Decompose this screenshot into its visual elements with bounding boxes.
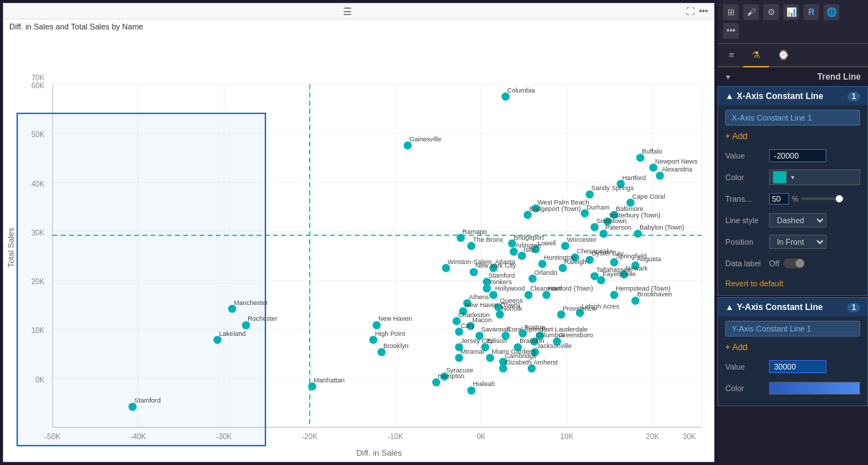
svg-text:Manchester: Manchester (234, 299, 268, 306)
x-axis-header[interactable]: ▲ X-Axis Constant Line 1 (718, 87, 867, 105)
y-add-button[interactable]: + Add (725, 341, 747, 354)
x-axis-body: X-Axis Constant Line 1 + Add Value Color (718, 105, 867, 295)
svg-text:50K: 50K (32, 131, 44, 138)
svg-text:Cary: Cary (461, 322, 475, 329)
scatter-plot: 0K 10K 20K 30K 40K 50K 60K 70K -50K -40K… (4, 34, 714, 461)
color-value-wrapper: ▼ (769, 169, 860, 185)
transparency-input[interactable] (769, 193, 789, 205)
y-axis-header[interactable]: ▲ Y-Axis Constant Line 1 (718, 298, 867, 316)
svg-text:Stamford: Stamford (134, 397, 161, 404)
y-axis-section: ▲ Y-Axis Constant Line 1 Y-Axis Constant… (717, 297, 868, 406)
line-style-select[interactable]: Dashed Solid Dotted (769, 213, 826, 227)
svg-text:Brooklyn: Brooklyn (383, 342, 408, 349)
svg-text:The Bronx: The Bronx (473, 236, 503, 243)
brush-icon[interactable]: 🖌 (743, 4, 759, 20)
svg-text:10K: 10K (560, 433, 573, 441)
svg-text:Hollywood: Hollywood (495, 285, 525, 292)
svg-text:60K: 60K (32, 82, 44, 90)
value-input-wrapper (769, 149, 860, 162)
data-label-toggle-wrapper: Off (769, 258, 860, 268)
svg-text:Buffalo: Buffalo (642, 148, 662, 155)
globe-icon[interactable]: 🌐 (824, 4, 839, 20)
position-row: Position In Front Behind (725, 233, 860, 250)
filter-icon[interactable]: ⚙ (763, 4, 779, 20)
svg-text:Newport News: Newport News (655, 158, 698, 165)
panel-tabs: ≡ ⚗ ⌚ (717, 44, 868, 67)
x-axis-section-label: X-Axis Constant Line (737, 91, 848, 101)
trend-line-label: Trend Line (817, 72, 861, 82)
svg-text:Gainesville: Gainesville (410, 136, 441, 143)
svg-text:Paterson: Paterson (605, 224, 631, 231)
y-line-name-button[interactable]: Y-Axis Constant Line 1 (725, 321, 860, 337)
y-color-swatch-wrapper (769, 382, 860, 395)
top-icon-row-2: ••• (723, 23, 862, 39)
trend-line-section[interactable]: ▼ Trend Line (717, 67, 868, 86)
transparency-slider[interactable] (801, 197, 844, 200)
x-axis-section: ▲ X-Axis Constant Line 1 X-Axis Constant… (717, 86, 868, 296)
y-axis-section-label: Y-Axis Constant Line (737, 302, 848, 312)
svg-text:Norfolk: Norfolk (501, 305, 522, 312)
svg-text:Cape Coral: Cape Coral (632, 193, 665, 200)
hamburger-icon[interactable]: ☰ (343, 6, 352, 17)
y-color-swatch[interactable] (769, 382, 860, 395)
svg-text:Bridgeport (Town): Bridgeport (Town) (529, 205, 581, 212)
svg-text:Miramar: Miramar (461, 348, 484, 355)
svg-text:10K: 10K (32, 327, 44, 334)
svg-text:Augusta: Augusta (637, 255, 661, 263)
svg-text:20K: 20K (32, 278, 44, 286)
svg-text:Macon: Macon (472, 316, 491, 324)
grid-icon[interactable]: ⊞ (723, 4, 739, 20)
line-style-wrapper: Dashed Solid Dotted (769, 213, 860, 227)
x-line-name-button[interactable]: X-Axis Constant Line 1 (725, 110, 860, 126)
position-label: Position (725, 238, 765, 246)
color-row: Color ▼ (725, 169, 860, 186)
svg-text:High Point: High Point (375, 330, 405, 337)
color-dropdown[interactable]: ▼ (769, 169, 860, 185)
svg-text:-40K: -40K (131, 433, 146, 441)
svg-text:40K: 40K (32, 180, 44, 188)
y-value-input[interactable] (769, 360, 826, 373)
percent-sign: % (792, 195, 798, 203)
color-chevron-icon: ▼ (790, 174, 796, 181)
svg-text:0K: 0K (476, 433, 486, 441)
svg-text:30K: 30K (32, 229, 44, 237)
svg-text:Islip: Islip (524, 246, 535, 253)
svg-text:Total Sales: Total Sales (6, 227, 15, 268)
svg-text:Hartford (Town): Hartford (Town) (548, 285, 593, 292)
revert-link[interactable]: Revert to default (725, 276, 860, 291)
x-add-button[interactable]: + Add (725, 130, 747, 143)
svg-text:20K: 20K (646, 433, 659, 441)
y-value-input-wrapper (769, 360, 860, 373)
svg-text:Hialeah: Hialeah (473, 380, 495, 388)
value-input[interactable] (769, 149, 826, 162)
chart-icon[interactable]: 📊 (783, 4, 799, 20)
svg-text:Fayetteville: Fayetteville (603, 271, 636, 278)
svg-text:70K: 70K (32, 74, 44, 82)
transparency-control: % (769, 193, 860, 205)
y-axis-badge: 1 (847, 303, 860, 312)
line-style-label: Line style (725, 216, 765, 225)
position-select[interactable]: In Front Behind (769, 235, 826, 249)
color-swatch (773, 171, 787, 184)
data-label-toggle[interactable] (783, 258, 805, 268)
chevron-up-icon: ▲ (725, 91, 734, 101)
svg-text:Orlando: Orlando (534, 269, 557, 276)
tab-analytics[interactable]: ⚗ (743, 44, 769, 67)
more-icon-2[interactable]: ••• (723, 23, 739, 39)
svg-text:Lakeland: Lakeland (219, 330, 245, 337)
tab-format[interactable]: ≡ (720, 44, 743, 66)
svg-text:Hampton: Hampton (438, 372, 464, 380)
more-icon[interactable]: ••• (699, 6, 708, 17)
r-icon[interactable]: R (803, 4, 819, 20)
svg-text:New York City: New York City (476, 262, 516, 269)
svg-text:Lehigh Acres: Lehigh Acres (582, 303, 620, 310)
color-label: Color (725, 173, 765, 182)
svg-text:0K: 0K (35, 376, 44, 384)
expand-icon[interactable]: ⛶ (686, 6, 694, 17)
panel-top-icons: ⊞ 🖌 ⚙ 📊 R 🌐 ••• (717, 0, 868, 44)
tab-settings[interactable]: ⌚ (769, 44, 798, 66)
svg-text:Elizabeth: Elizabeth (505, 359, 532, 366)
svg-text:Columbia: Columbia (507, 87, 535, 94)
svg-text:Brookhaven: Brookhaven (637, 291, 672, 298)
chart-container: 0K 10K 20K 30K 40K 50K 60K 70K -50K -40K… (4, 34, 714, 461)
